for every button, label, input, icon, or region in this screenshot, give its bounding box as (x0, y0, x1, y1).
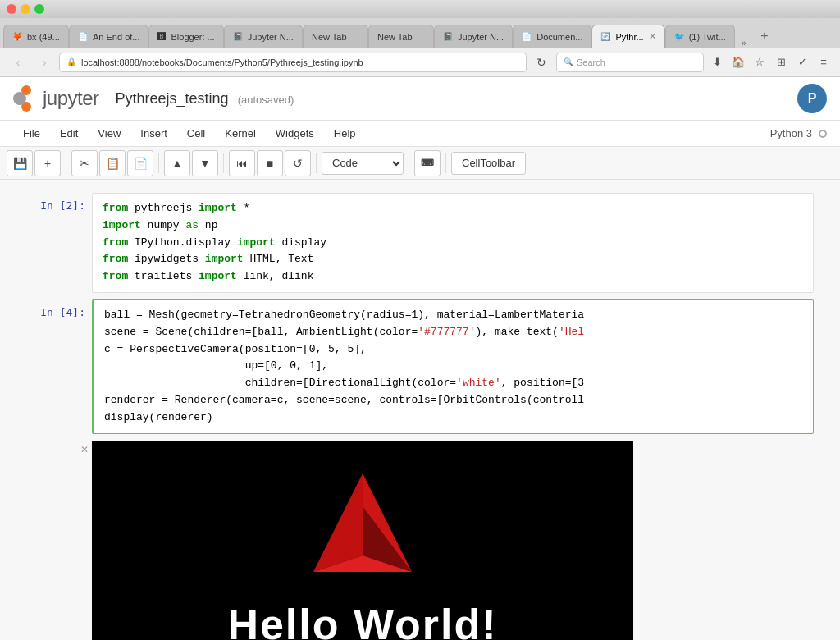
refresh-button[interactable]: ↻ (530, 53, 553, 72)
svg-marker-1 (313, 473, 363, 572)
code-line: scene = Scene(children=[ball, AmbientLig… (104, 324, 803, 341)
toolbar-separator-6 (445, 153, 446, 173)
menu-kernel[interactable]: Kernel (215, 124, 266, 143)
home-icon[interactable]: 🏠 (728, 53, 748, 72)
cell-2-prompt: In [4]: (26, 299, 92, 434)
notebook-title: Pythreejs_testing (autosaved) (116, 90, 294, 107)
menu-icon[interactable]: ≡ (814, 53, 833, 72)
cell-2-content[interactable]: ball = Mesh(geometry=TetrahedronGeometry… (92, 299, 814, 434)
minimize-button[interactable] (21, 4, 30, 14)
grid-icon[interactable]: ⊞ (771, 53, 791, 72)
check-icon[interactable]: ✓ (792, 53, 812, 72)
jupyter-logo: jupyter (13, 85, 99, 112)
search-bar[interactable]: 🔍 Search (556, 53, 704, 72)
tab-bar: 🦊 bx (49... 📄 An End of... 🅱 Blogger: ..… (0, 18, 840, 48)
output-prompt (26, 441, 92, 640)
address-bar[interactable]: 🔒 localhost:8888/notebooks/Documents/Pyt… (59, 53, 527, 72)
code-line: from ipywidgets import HTML, Text (103, 251, 803, 268)
kernel-indicator: Python 3 (770, 127, 827, 139)
tab-overflow[interactable]: » (735, 38, 753, 48)
nav-icons: ⬇ 🏠 ☆ ⊞ ✓ ≡ (707, 53, 833, 72)
paste-button[interactable]: 📄 (127, 150, 153, 176)
tab-bx[interactable]: 🦊 bx (49... (3, 25, 69, 48)
add-cell-button[interactable]: + (34, 150, 61, 176)
tab-icon: 📓 (443, 32, 453, 41)
code-line: import numpy as np (103, 217, 803, 235)
code-line: from traitlets import link, dlink (103, 268, 803, 286)
restart-button[interactable]: ↺ (285, 150, 311, 176)
star-icon[interactable]: ☆ (750, 53, 769, 72)
jupyter-menu: File Edit View Insert Cell Kernel Widget… (0, 121, 840, 147)
jupyter-container: jupyter Pythreejs_testing (autosaved) P … (0, 77, 840, 640)
tab-documen[interactable]: 📄 Documen... (513, 25, 591, 48)
tab-pythr-active[interactable]: 🔄 Pythr... ✕ (591, 25, 664, 48)
tab-label: Pythr... (615, 32, 643, 42)
tab-icon: 📄 (522, 32, 532, 41)
tab-blogger[interactable]: 🅱 Blogger: ... (148, 25, 223, 48)
browser-frame: 🦊 bx (49... 📄 An End of... 🅱 Blogger: ..… (0, 0, 840, 640)
tab-label: (1) Twit... (689, 32, 726, 42)
jupyter-logo-circles (13, 85, 39, 112)
back-button[interactable]: ‹ (7, 53, 30, 72)
tab-close-icon[interactable]: ✕ (649, 31, 656, 42)
code-line: up=[0, 0, 1], (104, 358, 803, 375)
menu-help[interactable]: Help (324, 124, 366, 143)
kernel-status-dot (819, 130, 827, 138)
tab-icon: 🔄 (600, 32, 610, 41)
tab-jupyter2[interactable]: 📓 Jupyter N... (434, 25, 513, 48)
tab-label: Documen... (536, 32, 582, 42)
cut-button[interactable]: ✂ (71, 150, 98, 176)
toolbar-separator-3 (223, 153, 224, 173)
cell-toolbar-button[interactable]: CellToolbar (451, 152, 526, 175)
interrupt-button[interactable]: ■ (257, 150, 283, 176)
output-canvas: Hello World! (92, 441, 633, 640)
menu-cell[interactable]: Cell (177, 124, 215, 143)
tab-icon: 🐦 (674, 32, 684, 41)
tab-twitter[interactable]: 🐦 (1) Twit... (665, 25, 735, 48)
tab-newtab1[interactable]: New Tab (303, 25, 368, 48)
logo-circle-left (13, 92, 26, 105)
hello-world-text: Hello World! (227, 600, 497, 640)
keyboard-button[interactable]: ⌨ (414, 150, 441, 176)
output-close-icon[interactable]: ✕ (80, 444, 89, 455)
toolbar-separator-5 (409, 153, 409, 173)
new-tab-button[interactable]: + (753, 25, 776, 48)
menu-insert[interactable]: Insert (130, 124, 177, 143)
code-line: from pythreejs import * (103, 200, 803, 217)
toolbar-separator-2 (158, 153, 159, 173)
move-down-button[interactable]: ▼ (192, 150, 218, 176)
tab-label: New Tab (312, 32, 359, 42)
tab-anendof[interactable]: 📄 An End of... (69, 25, 148, 48)
menu-file[interactable]: File (13, 124, 50, 143)
cell-type-select[interactable]: Code (322, 152, 404, 175)
menu-view[interactable]: View (88, 124, 130, 143)
cell-1: In [2]: from pythreejs import * import n… (26, 193, 814, 293)
notebook-area[interactable]: In [2]: from pythreejs import * import n… (0, 180, 840, 640)
tab-icon: 📓 (233, 32, 243, 41)
move-up-button[interactable]: ▲ (164, 150, 190, 176)
tab-newtab2[interactable]: New Tab (368, 25, 434, 48)
copy-button[interactable]: 📋 (99, 150, 126, 176)
run-prev-button[interactable]: ⏮ (229, 150, 255, 176)
save-button[interactable]: 💾 (7, 150, 33, 176)
tab-jupyter1[interactable]: 📓 Jupyter N... (224, 25, 303, 48)
tab-icon: 📄 (78, 32, 88, 41)
download-icon[interactable]: ⬇ (707, 53, 727, 72)
cell-2: In [4]: ball = Mesh(geometry=Tetrahedron… (26, 299, 814, 434)
forward-button[interactable]: › (33, 53, 56, 72)
cell-1-content[interactable]: from pythreejs import * import numpy as … (92, 193, 814, 293)
tab-label: bx (49... (27, 32, 60, 42)
code-line: renderer = Renderer(camera=c, scene=scen… (104, 392, 803, 409)
tetrahedron-3d (297, 465, 428, 592)
close-button[interactable] (7, 4, 16, 14)
search-icon: 🔍 (564, 57, 573, 66)
maximize-button[interactable] (34, 4, 44, 14)
code-line: children=[DirectionalLight(color='white'… (104, 375, 803, 392)
lock-icon: 🔒 (66, 57, 76, 66)
menu-widgets[interactable]: Widgets (266, 124, 324, 143)
jupyter-toolbar: 💾 + ✂ 📋 📄 ▲ ▼ ⏮ ■ ↺ Code ⌨ CellToolbar (0, 147, 840, 180)
menu-edit[interactable]: Edit (50, 124, 88, 143)
tab-label: Blogger: ... (171, 32, 214, 42)
scene-background: Hello World! (92, 441, 633, 640)
jupyter-logo-text: jupyter (43, 87, 99, 110)
